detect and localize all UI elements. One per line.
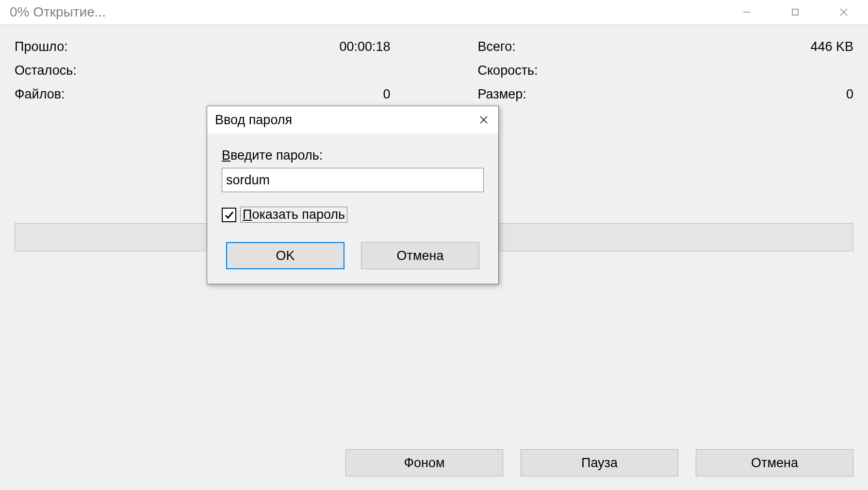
svg-rect-1 bbox=[792, 9, 798, 15]
files-value: 0 bbox=[383, 87, 390, 102]
window-title: 0% Открытие... bbox=[10, 4, 106, 20]
pause-button[interactable]: Пауза bbox=[521, 449, 678, 476]
elapsed-value: 00:00:18 bbox=[339, 39, 390, 54]
cancel-button[interactable]: Отмена bbox=[696, 449, 853, 476]
dialog-buttons: OK Отмена bbox=[222, 242, 484, 269]
stats-row-speed: Скорость: bbox=[478, 63, 854, 78]
files-label: Файлов: bbox=[15, 87, 65, 102]
stats-row-size: Размер: 0 bbox=[478, 87, 854, 102]
speed-label: Скорость: bbox=[478, 63, 538, 78]
dialog-close-button[interactable] bbox=[469, 106, 498, 133]
dialog-body: Введите пароль: Показать пароль OK Отмен… bbox=[207, 133, 498, 284]
show-password-checkbox[interactable] bbox=[222, 208, 236, 222]
close-button[interactable] bbox=[819, 0, 868, 24]
ok-button[interactable]: OK bbox=[226, 242, 344, 269]
size-label: Размер: bbox=[478, 87, 526, 102]
maximize-icon bbox=[791, 8, 800, 16]
total-value: 446 KB bbox=[810, 39, 853, 54]
show-password-row: Показать пароль bbox=[222, 207, 484, 223]
total-label: Всего: bbox=[478, 39, 516, 54]
maximize-button[interactable] bbox=[771, 0, 819, 24]
dialog-title: Ввод пароля bbox=[215, 113, 292, 128]
stats-row-total: Всего: 446 KB bbox=[478, 39, 854, 54]
checkmark-icon bbox=[224, 210, 234, 220]
stats-row-files: Файлов: 0 bbox=[15, 87, 391, 102]
window-controls bbox=[722, 0, 868, 24]
dialog-cancel-button[interactable]: Отмена bbox=[361, 242, 479, 269]
remaining-label: Осталось: bbox=[15, 63, 77, 78]
minimize-button[interactable] bbox=[722, 0, 771, 24]
close-icon bbox=[479, 115, 489, 125]
stats-grid: Прошло: 00:00:18 Всего: 446 KB Осталось:… bbox=[15, 39, 853, 102]
background-button[interactable]: Фоном bbox=[345, 449, 503, 476]
bottom-buttons: Фоном Пауза Отмена bbox=[345, 449, 853, 476]
password-dialog: Ввод пароля Введите пароль: Показать пар… bbox=[207, 106, 499, 284]
password-input[interactable] bbox=[222, 168, 484, 192]
minimize-icon bbox=[742, 8, 751, 16]
show-password-label[interactable]: Показать пароль bbox=[240, 207, 347, 223]
main-window-titlebar: 0% Открытие... bbox=[0, 0, 868, 24]
elapsed-label: Прошло: bbox=[15, 39, 68, 54]
dialog-titlebar: Ввод пароля bbox=[207, 106, 498, 133]
stats-row-elapsed: Прошло: 00:00:18 bbox=[15, 39, 391, 54]
password-label: Введите пароль: bbox=[222, 148, 484, 163]
close-icon bbox=[839, 7, 849, 17]
size-value: 0 bbox=[846, 87, 853, 102]
stats-row-remaining: Осталось: bbox=[15, 63, 391, 78]
